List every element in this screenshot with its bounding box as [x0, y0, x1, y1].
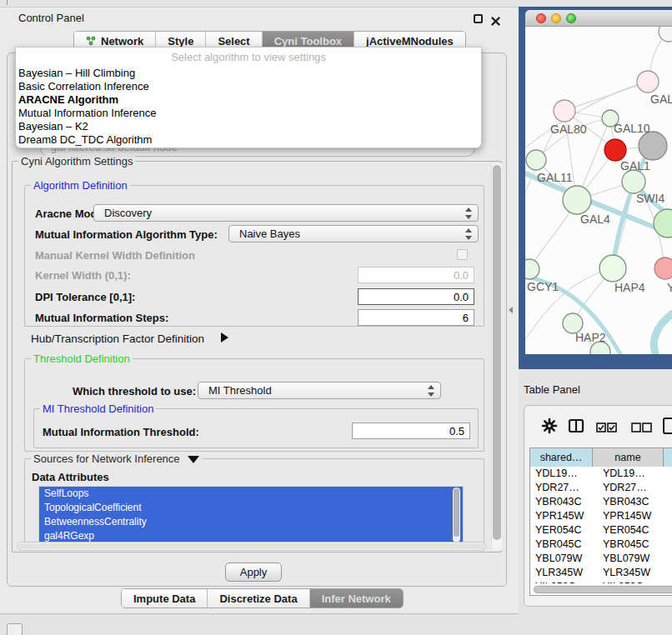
unchecked-columns-icon[interactable] — [631, 421, 653, 436]
network-node[interactable] — [654, 258, 672, 279]
panel-splitter-collapse-arrow[interactable] — [509, 307, 513, 313]
tab-infer-network[interactable]: Infer Network — [310, 589, 403, 608]
mi-steps-label: Mutual Information Steps: — [35, 312, 168, 324]
apply-button[interactable]: Apply — [225, 562, 282, 582]
aracne-mode-select[interactable]: Discovery — [93, 204, 479, 222]
table-horizontal-scrollbar-thumb[interactable] — [534, 586, 672, 593]
network-node[interactable] — [554, 100, 575, 122]
table-cell — [664, 552, 672, 566]
mi-steps-field[interactable]: 6 — [358, 309, 474, 326]
zoom-window-icon[interactable] — [566, 13, 576, 23]
table-cell — [664, 495, 672, 509]
control-panel-titlebar: Control Panel — [0, 8, 519, 29]
manual-kernel-checkbox — [457, 249, 468, 260]
threshold-definition-title: Threshold Definition — [31, 352, 133, 365]
data-attribute-item[interactable]: TopologicalCoefficient — [39, 501, 463, 515]
tab-discretize-data[interactable]: Discretize Data — [208, 589, 309, 608]
close-window-icon[interactable] — [536, 13, 546, 23]
node-table: shared… name YDL19…YDL19…13YDR27…YDR27…1… — [529, 448, 672, 596]
data-attribute-item[interactable]: BetweennessCentrality — [39, 515, 463, 529]
network-node[interactable] — [599, 255, 626, 282]
table-cell: YBL079W — [593, 552, 664, 566]
network-node-label: GAL10 — [614, 122, 650, 135]
table-row[interactable]: YDL19…YDL19…13 — [530, 467, 672, 481]
table-row[interactable]: YIL053CYIL053C9 — [530, 580, 672, 583]
algorithm-option[interactable]: ARACNE Algorithm — [16, 93, 481, 107]
table-cell: YPR145W — [593, 509, 664, 523]
close-panel-button[interactable] — [491, 14, 500, 23]
network-edge — [564, 82, 648, 111]
table-row[interactable]: YLR345WYLR345W9. — [530, 566, 672, 580]
algorithm-dropdown-popup: Select algorithm to view settings Bayesi… — [15, 47, 482, 148]
algorithm-option[interactable]: Basic Correlation Inference — [16, 80, 481, 93]
table-cell: YDL19… — [593, 467, 664, 481]
mi-threshold-field[interactable]: 0.5 — [352, 422, 470, 439]
table-cell: YIL053C — [530, 580, 593, 583]
table-cell: YBR043C — [593, 495, 664, 509]
network-node[interactable] — [604, 139, 626, 161]
network-node[interactable] — [637, 71, 659, 92]
tab-impute-data[interactable]: Impute Data — [122, 589, 208, 608]
gear-icon[interactable] — [541, 418, 558, 438]
table-cell: YIL053C — [593, 580, 664, 583]
which-threshold-label: Which threshold to use: — [73, 385, 196, 398]
checked-columns-icon[interactable] — [596, 421, 618, 436]
table-row[interactable]: YBR045CYBR045C9. — [530, 538, 672, 552]
minimize-window-icon[interactable] — [551, 13, 561, 23]
network-window-titlebar[interactable] — [525, 10, 672, 27]
network-node[interactable] — [525, 259, 539, 279]
network-window-frame: GALGAL80GAL10GAL11GAL1SWI4GAL4GCY1HAP4YH… — [519, 7, 672, 369]
settings-vertical-scrollbar-thumb[interactable] — [493, 165, 501, 540]
function-builder-icon[interactable] — [663, 418, 672, 438]
network-canvas[interactable]: GALGAL80GAL10GAL11GAL1SWI4GAL4GCY1HAP4YH… — [525, 27, 672, 354]
collapse-arrow-icon[interactable] — [188, 456, 199, 463]
column-header-shared-name[interactable]: shared… — [530, 448, 593, 467]
top-divider — [7, 0, 8, 5]
tab-infer-network-label: Infer Network — [322, 592, 391, 605]
column-header-partial[interactable] — [664, 448, 672, 467]
mi-type-value: Naive Bayes — [239, 228, 300, 240]
table-row[interactable]: YER054CYER054C8. — [530, 523, 672, 538]
dpi-tolerance-field[interactable]: 0.0 — [358, 288, 474, 305]
which-threshold-select[interactable]: MI Threshold — [198, 382, 441, 399]
close-icon — [491, 17, 500, 26]
network-node[interactable] — [639, 132, 667, 160]
table-cell: YBL079W — [530, 552, 593, 566]
algorithm-option[interactable]: Dream8 DC_TDC Algorithm — [16, 133, 481, 147]
table-row[interactable]: YDR27…YDR27…12 — [530, 481, 672, 495]
network-node[interactable] — [563, 186, 591, 214]
mi-type-select[interactable]: Naive Bayes — [228, 225, 479, 242]
table-row[interactable]: YPR145WYPR145W9. — [530, 509, 672, 523]
mi-threshold-label: Mutual Information Threshold: — [43, 426, 199, 438]
network-node[interactable] — [659, 27, 672, 42]
network-node[interactable] — [526, 150, 546, 170]
tab-cyni-toolbox-label: Cyni Toolbox — [274, 35, 342, 48]
settings-horizontal-scrollbar-thumb[interactable] — [19, 543, 484, 549]
column-header-name[interactable]: name — [593, 448, 664, 467]
network-node[interactable] — [654, 209, 672, 238]
split-columns-icon[interactable] — [568, 418, 584, 438]
table-cell: YDL19… — [530, 467, 593, 481]
table-row[interactable]: YBR043CYBR043C — [530, 495, 672, 509]
table-row[interactable]: YBL079WYBL079W — [530, 552, 672, 566]
minimized-panel-button[interactable] — [7, 623, 23, 635]
network-node-label: HAP2 — [575, 331, 606, 344]
attributes-scrollbar-thumb[interactable] — [454, 488, 459, 537]
which-threshold-value: MI Threshold — [208, 384, 272, 397]
table-cell: 9. — [664, 566, 672, 580]
table-cell: YER054C — [530, 523, 593, 538]
network-node-label: Y — [667, 281, 672, 294]
mi-threshold-value: 0.5 — [449, 425, 464, 438]
expand-arrow-icon[interactable] — [221, 332, 228, 342]
network-node[interactable] — [622, 170, 645, 193]
tab-style-label: Style — [168, 35, 193, 48]
mi-threshold-group: MI Threshold Definition Mutual Informati… — [33, 408, 479, 448]
algorithm-option[interactable]: Mutual Information Inference — [16, 107, 481, 120]
kernel-width-label: Kernel Width (0,1): — [35, 269, 131, 282]
algorithm-option[interactable]: Bayesian – K2 — [16, 120, 481, 133]
data-attribute-item[interactable]: SelfLoops — [39, 487, 463, 501]
float-panel-button[interactable] — [474, 14, 483, 23]
table-cell: YDR27… — [593, 481, 664, 495]
algorithm-option[interactable]: Bayesian – Hill Climbing — [16, 67, 481, 80]
network-window: GALGAL80GAL10GAL11GAL1SWI4GAL4GCY1HAP4YH… — [525, 10, 672, 354]
